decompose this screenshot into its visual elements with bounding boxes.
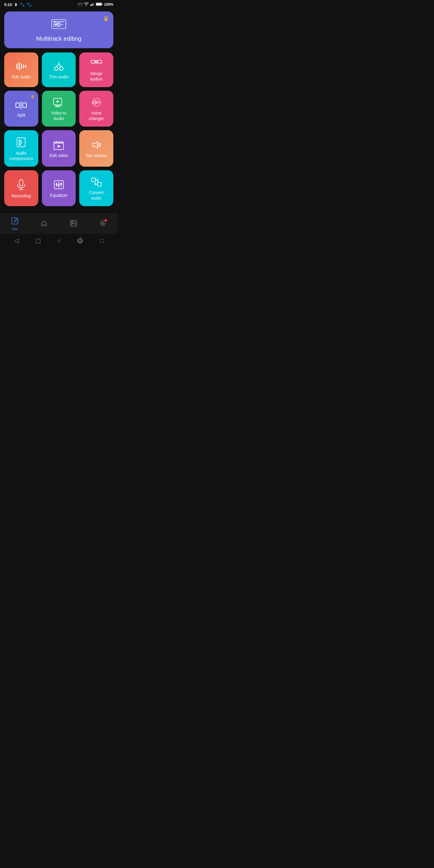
svg-rect-27	[95, 60, 97, 61]
notification-icon1: 🐾	[20, 2, 25, 7]
set-volume-label: Set volume	[86, 153, 107, 158]
svg-rect-6	[102, 3, 102, 4]
time-display: 5:10	[4, 2, 12, 7]
nav-home[interactable]	[37, 219, 51, 229]
square-button[interactable]: □	[100, 237, 103, 244]
svg-rect-31	[23, 103, 27, 107]
svg-point-21	[55, 67, 58, 70]
voice-changer-button[interactable]: Voicechanger	[79, 91, 113, 127]
battery-icon	[96, 2, 102, 7]
crown-icon: ♛	[103, 15, 109, 23]
svg-rect-12	[54, 21, 56, 22]
status-bar: 5:10 ⏸ 🐾 🐾 📳 100%	[0, 0, 118, 8]
mic-icon	[16, 179, 26, 190]
home-button[interactable]: ○	[57, 237, 61, 244]
trim-audio-button[interactable]: Trim audio	[42, 53, 76, 87]
nav-edit[interactable]: Edit	[8, 217, 22, 231]
scissors-icon	[53, 61, 64, 71]
convert-icon	[91, 177, 102, 187]
nav-gallery[interactable]	[67, 219, 80, 229]
edit-nav-label: Edit	[12, 227, 18, 231]
svg-rect-30	[16, 103, 20, 107]
svg-rect-56	[19, 179, 23, 186]
split-icon	[16, 101, 27, 110]
recording-button[interactable]: Recording	[4, 170, 38, 206]
gallery-nav-icon	[70, 220, 77, 229]
svg-rect-0	[90, 4, 91, 6]
svg-point-22	[59, 67, 63, 70]
voice-changer-label: Voicechanger	[89, 111, 104, 121]
recording-label: Recording	[11, 193, 31, 199]
svg-point-63	[56, 183, 57, 185]
svg-marker-34	[57, 100, 59, 103]
multitrack-banner[interactable]: ♛ Multitrack editing	[4, 11, 113, 48]
svg-rect-1	[91, 4, 92, 6]
svg-rect-2	[92, 3, 93, 6]
banner-label: Multitrack editing	[36, 35, 82, 42]
convert-audio-button[interactable]: Convertaudio	[79, 170, 113, 206]
svg-marker-55	[93, 142, 98, 148]
feature-grid: Edit audio Trim audio	[4, 53, 113, 206]
edit-audio-button[interactable]: Edit audio	[4, 53, 38, 87]
svg-rect-7	[52, 20, 66, 29]
svg-line-69	[16, 219, 17, 220]
merge-audios-button[interactable]: Mergeaudios	[79, 53, 113, 87]
video-to-audio-button[interactable]: Video toAudio	[42, 91, 76, 127]
audio-compression-button[interactable]: Audiocompression	[4, 130, 38, 167]
edit-audio-label: Edit audio	[12, 74, 30, 80]
trim-audio-label: Trim audio	[49, 74, 69, 80]
svg-rect-28	[95, 62, 97, 63]
home-nav-icon	[40, 220, 48, 229]
svg-point-65	[60, 183, 62, 185]
split-crown-icon: ♛	[30, 94, 35, 99]
svg-line-23	[56, 64, 59, 67]
notification-icon2: 🐾	[27, 2, 32, 7]
bottom-nav: Edit	[0, 213, 118, 234]
waveform-icon	[15, 61, 27, 71]
svg-rect-66	[92, 178, 95, 181]
edit-nav-icon	[11, 217, 19, 226]
video-play-icon	[53, 97, 64, 107]
back-button[interactable]: ◁	[14, 237, 19, 244]
svg-rect-14	[55, 24, 58, 25]
banner-icon	[51, 19, 66, 32]
edit-video-button[interactable]: Edit video	[42, 130, 76, 167]
merge-icon	[91, 59, 102, 68]
equalizer-button[interactable]: Equalizer	[42, 170, 76, 206]
convert-audio-label: Convertaudio	[89, 190, 104, 201]
svg-rect-70	[70, 220, 76, 226]
split-label: Split	[17, 113, 25, 118]
svg-marker-54	[58, 145, 61, 148]
video-to-audio-label: Video toAudio	[51, 111, 66, 121]
svg-rect-3	[93, 3, 94, 6]
wifi-icon	[84, 2, 89, 7]
equalizer-label: Equalizer	[50, 193, 67, 198]
compress-icon	[16, 137, 26, 148]
signal-icon	[90, 2, 94, 7]
recent-button[interactable]: ▢	[35, 237, 41, 244]
volume-icon	[91, 140, 102, 150]
vibrate-icon: 📳	[78, 2, 82, 7]
system-nav: ◁ ▢ ○ ⏻ □	[0, 234, 118, 248]
svg-point-72	[102, 222, 104, 224]
svg-rect-26	[91, 60, 95, 63]
edit-video-label: Edit video	[50, 153, 68, 158]
svg-point-71	[72, 221, 73, 223]
battery-percent: 100%	[104, 2, 113, 7]
set-volume-button[interactable]: Set volume	[79, 130, 113, 167]
svg-rect-5	[96, 3, 101, 5]
split-button[interactable]: ♛ Split	[4, 91, 38, 127]
pause-icon: ⏸	[14, 2, 18, 7]
equalizer-icon	[53, 180, 64, 190]
svg-rect-67	[97, 183, 101, 186]
voice-icon	[91, 97, 102, 107]
svg-rect-13	[57, 23, 59, 24]
svg-rect-15	[58, 26, 60, 27]
clapboard-icon	[53, 140, 64, 150]
merge-audios-label: Mergeaudios	[90, 71, 102, 82]
power-button[interactable]: ⏻	[77, 237, 83, 244]
svg-rect-29	[97, 60, 101, 63]
main-content: ♛ Multitrack editing	[0, 8, 118, 213]
nav-settings[interactable]	[96, 219, 110, 229]
audio-compression-label: Audiocompression	[9, 151, 33, 161]
